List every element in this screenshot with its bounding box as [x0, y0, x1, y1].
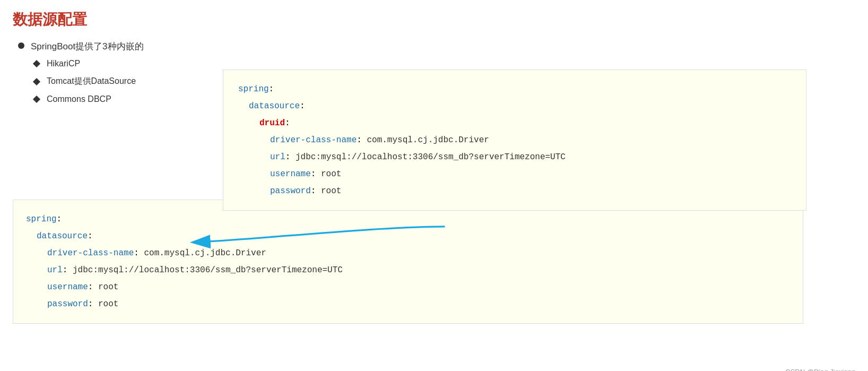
code-line-6: username: root — [238, 166, 791, 183]
diamond-icon-2 — [33, 77, 40, 85]
code-box-top: spring: datasource: druid: driver-class-… — [223, 70, 806, 211]
val-password-top: root — [321, 186, 341, 196]
key-datasource-bottom: datasource — [37, 231, 88, 241]
code-line-4: driver-class-name: com.mysql.cj.jdbc.Dri… — [238, 132, 791, 149]
code-line-3: druid: — [238, 115, 791, 132]
key-username-top: username — [270, 169, 311, 179]
sub-item-label-2: Tomcat提供DataSource — [47, 76, 136, 87]
code-line-1: spring: — [238, 81, 791, 98]
bullet-item-main: SpringBoot提供了3种内嵌的 — [18, 40, 225, 53]
code-bottom-line-2: datasource: — [26, 228, 790, 245]
key-spring-bottom: spring — [26, 214, 57, 224]
bullet-dot — [18, 42, 24, 49]
key-password-top: password — [270, 186, 311, 196]
code-bottom-line-3: driver-class-name: com.mysql.cj.jdbc.Dri… — [26, 245, 790, 262]
sub-item-hikari: HikariCP — [34, 59, 225, 68]
val-username-top: root — [321, 169, 341, 179]
val-url-top: jdbc:mysql://localhost:3306/ssm_db?serve… — [296, 152, 566, 162]
code-bottom-line-4: url: jdbc:mysql://localhost:3306/ssm_db?… — [26, 262, 790, 279]
code-box-bottom: spring: datasource: driver-class-name: c… — [13, 200, 803, 324]
key-spring-top: spring — [238, 84, 269, 94]
key-username-bottom: username — [47, 282, 88, 292]
sub-item-label-1: HikariCP — [47, 59, 80, 68]
code-line-5: url: jdbc:mysql://localhost:3306/ssm_db?… — [238, 149, 791, 166]
left-panel: SpringBoot提供了3种内嵌的 HikariCP Tomcat提供Data… — [13, 40, 225, 111]
key-datasource-top: datasource — [249, 101, 300, 111]
val-driver-top: com.mysql.cj.jdbc.Driver — [367, 135, 489, 145]
diamond-icon-3 — [33, 96, 40, 103]
val-driver-bottom: com.mysql.cj.jdbc.Driver — [144, 248, 266, 258]
bullet-text: SpringBoot提供了3种内嵌的 — [31, 40, 144, 53]
val-username-bottom: root — [98, 282, 118, 292]
val-password-bottom: root — [98, 299, 118, 309]
code-bottom-line-6: password: root — [26, 296, 790, 313]
key-driver-top: driver-class-name — [270, 135, 357, 145]
code-bottom-line-1: spring: — [26, 211, 790, 228]
colon-1: : — [269, 84, 274, 94]
key-url-top: url — [270, 152, 285, 162]
sub-item-tomcat: Tomcat提供DataSource — [34, 76, 225, 87]
key-druid: druid — [259, 118, 285, 128]
code-line-2: datasource: — [238, 98, 791, 115]
footer: CSDN @Ding Jiaxiong — [785, 368, 855, 371]
code-line-7: password: root — [238, 183, 791, 200]
key-url-bottom: url — [47, 265, 63, 275]
diamond-icon-1 — [33, 60, 40, 67]
page-title: 数据源配置 — [0, 0, 868, 35]
sub-item-commons: Commons DBCP — [34, 94, 225, 104]
key-password-bottom: password — [47, 299, 88, 309]
code-bottom-line-5: username: root — [26, 279, 790, 296]
val-url-bottom: jdbc:mysql://localhost:3306/ssm_db?serve… — [73, 265, 343, 275]
sub-item-label-3: Commons DBCP — [47, 94, 111, 104]
key-driver-bottom: driver-class-name — [47, 248, 134, 258]
